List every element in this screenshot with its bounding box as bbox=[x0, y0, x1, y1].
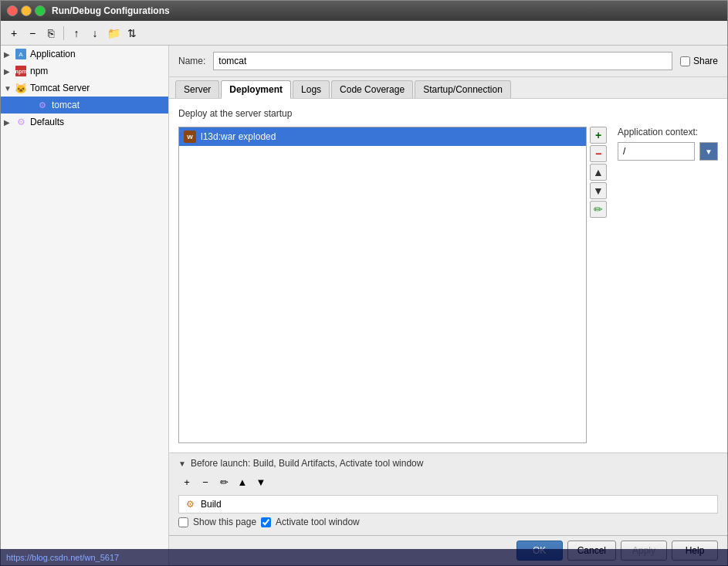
sidebar-item-tomcat-server[interactable]: ▼ 🐱 Tomcat Server bbox=[1, 80, 168, 97]
deploy-list-item[interactable]: W l13d:war exploded bbox=[179, 127, 586, 146]
activate-tool-checkbox[interactable] bbox=[261, 517, 271, 527]
sidebar-item-npm-label: npm bbox=[30, 66, 48, 76]
tab-logs[interactable]: Logs bbox=[293, 80, 330, 98]
deploy-side-buttons: + − ▲ ▼ ✏ bbox=[590, 127, 608, 443]
sidebar-item-defaults-label: Defaults bbox=[30, 117, 64, 127]
move-artifact-down-button[interactable]: ▼ bbox=[590, 182, 607, 199]
remove-config-button[interactable]: − bbox=[24, 25, 41, 42]
launch-toolbar: + − ✏ ▲ ▼ bbox=[178, 473, 718, 490]
close-button[interactable] bbox=[7, 5, 18, 16]
add-artifact-button[interactable]: + bbox=[590, 127, 607, 144]
tab-content: Deploy at the server startup W l13d:war … bbox=[169, 99, 727, 452]
arrow-icon: ▶ bbox=[4, 50, 15, 59]
share-checkbox[interactable] bbox=[680, 56, 690, 66]
name-row: Name: tomcat Share bbox=[169, 46, 727, 77]
window-title: Run/Debug Configurations bbox=[52, 5, 170, 16]
right-panel: Name: tomcat Share Server Deployment Log… bbox=[169, 46, 727, 565]
show-page-label: Show this page bbox=[193, 517, 256, 527]
app-context-dropdown[interactable]: ▼ bbox=[699, 142, 718, 161]
before-launch-header: ▼ Before launch: Build, Build Artifacts,… bbox=[178, 458, 718, 469]
main-toolbar: + − ⎘ ↑ ↓ 📁 ⇅ bbox=[1, 21, 727, 46]
name-label: Name: bbox=[178, 56, 205, 66]
tomcat-server-icon: 🐱 bbox=[15, 82, 27, 94]
tab-startup[interactable]: Startup/Connection bbox=[415, 80, 511, 98]
move-down-button[interactable]: ↓ bbox=[86, 25, 103, 42]
title-bar-buttons bbox=[7, 5, 46, 16]
share-checkbox-area: Share bbox=[680, 56, 718, 66]
sidebar-item-application-label: Application bbox=[30, 49, 76, 59]
npm-icon: npm bbox=[15, 65, 27, 77]
app-context-area: Application context: ▼ bbox=[618, 127, 718, 443]
move-artifact-up-button[interactable]: ▲ bbox=[590, 164, 607, 181]
copy-config-button[interactable]: ⎘ bbox=[42, 25, 59, 42]
launch-add-button[interactable]: + bbox=[178, 473, 195, 490]
tab-code-coverage[interactable]: Code Coverage bbox=[331, 80, 413, 98]
maximize-button[interactable] bbox=[35, 5, 46, 16]
edit-artifact-button[interactable]: ✏ bbox=[590, 201, 607, 218]
arrow-icon: ▼ bbox=[4, 84, 15, 93]
sidebar-item-application[interactable]: ▶ A Application bbox=[1, 46, 168, 63]
launch-edit-button[interactable]: ✏ bbox=[215, 473, 232, 490]
remove-artifact-button[interactable]: − bbox=[590, 145, 607, 162]
app-context-row: ▼ bbox=[618, 142, 718, 161]
deploy-item-label: l13d:war exploded bbox=[201, 131, 276, 142]
tomcat-config-icon: ⚙ bbox=[36, 99, 49, 111]
toolbar-separator bbox=[63, 26, 64, 40]
deploy-header: Deploy at the server startup bbox=[178, 108, 718, 119]
before-launch-label: Before launch: Build, Build Artifacts, A… bbox=[191, 458, 424, 469]
add-config-button[interactable]: + bbox=[5, 25, 22, 42]
launch-move-up-button[interactable]: ▲ bbox=[234, 473, 251, 490]
activate-tool-label: Activate tool window bbox=[276, 517, 360, 527]
app-context-input[interactable] bbox=[618, 142, 695, 161]
sidebar-item-defaults[interactable]: ▶ ⚙ Defaults bbox=[1, 114, 168, 130]
title-bar: Run/Debug Configurations bbox=[1, 1, 727, 21]
url-bar: https://blog.csdn.net/wn_5617 bbox=[0, 549, 728, 566]
arrow-icon: ▶ bbox=[4, 67, 15, 76]
war-icon: W bbox=[184, 130, 196, 143]
sidebar: ▶ A Application ▶ npm npm ▼ 🐱 T bbox=[1, 46, 169, 565]
name-input[interactable]: tomcat bbox=[213, 52, 672, 70]
main-content: ▶ A Application ▶ npm npm ▼ 🐱 T bbox=[1, 46, 727, 565]
build-label: Build bbox=[201, 499, 222, 510]
build-row[interactable]: ⚙ Build bbox=[178, 495, 718, 513]
deploy-area: W l13d:war exploded + − ▲ ▼ ✏ bbox=[178, 127, 718, 443]
sidebar-item-tomcat-label: tomcat bbox=[52, 100, 80, 110]
url-text: https://blog.csdn.net/wn_5617 bbox=[6, 553, 119, 562]
tab-server[interactable]: Server bbox=[175, 80, 219, 98]
before-launch-section: ▼ Before launch: Build, Build Artifacts,… bbox=[169, 452, 727, 535]
app-context-label: Application context: bbox=[618, 127, 718, 137]
launch-remove-button[interactable]: − bbox=[197, 473, 214, 490]
build-gear-icon: ⚙ bbox=[184, 498, 196, 510]
before-launch-arrow-icon[interactable]: ▼ bbox=[178, 459, 186, 468]
share-label: Share bbox=[693, 56, 718, 66]
sort-button[interactable]: ⇅ bbox=[124, 25, 141, 42]
sidebar-item-tomcat-server-label: Tomcat Server bbox=[30, 83, 90, 93]
tab-deployment[interactable]: Deployment bbox=[221, 80, 291, 99]
run-debug-configurations-window: Run/Debug Configurations + − ⎘ ↑ ↓ 📁 ⇅ ▶… bbox=[0, 0, 728, 566]
show-page-checkbox[interactable] bbox=[178, 517, 188, 527]
move-up-button[interactable]: ↑ bbox=[68, 25, 85, 42]
show-page-row: Show this page Activate tool window bbox=[178, 513, 718, 530]
tab-bar: Server Deployment Logs Code Coverage Sta… bbox=[169, 77, 727, 99]
minimize-button[interactable] bbox=[21, 5, 32, 16]
sidebar-item-tomcat[interactable]: ⚙ tomcat bbox=[1, 97, 168, 114]
move-to-group-button[interactable]: 📁 bbox=[105, 25, 122, 42]
sidebar-item-npm[interactable]: ▶ npm npm bbox=[1, 63, 168, 80]
defaults-icon: ⚙ bbox=[15, 116, 27, 128]
arrow-icon: ▶ bbox=[4, 118, 15, 127]
launch-move-down-button[interactable]: ▼ bbox=[252, 473, 269, 490]
deploy-list[interactable]: W l13d:war exploded bbox=[178, 127, 587, 443]
application-icon: A bbox=[15, 48, 27, 60]
